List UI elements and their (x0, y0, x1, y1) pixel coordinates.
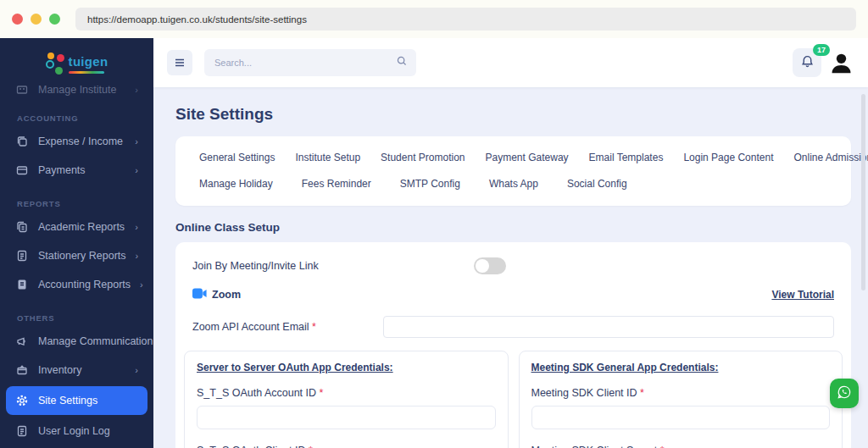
tab-student-promotion[interactable]: Student Promotion (370, 146, 475, 169)
sidebar-item-label: Manage Communication (38, 335, 153, 347)
minimize-window-button[interactable] (31, 14, 42, 25)
whatsapp-icon (836, 384, 853, 404)
sidebar-item-label: Site Settings (38, 395, 138, 407)
sdk-client-id-label: Meeting SDK Client ID * (531, 387, 831, 399)
tabs-row-2: Manage Holiday Fees Reminder SMTP Config… (189, 172, 837, 196)
settings-tabs-card: General Settings Institute Setup Student… (175, 136, 851, 206)
tab-payment-gateway[interactable]: Payment Gateway (476, 146, 579, 169)
chevron-right-icon (136, 251, 139, 261)
sidebar-item-label: Accounting Reports (38, 279, 131, 290)
sidebar-section-accounting: ACCOUNTING (0, 99, 153, 127)
topbar: 17 (153, 38, 868, 87)
required-asterisk: * (320, 387, 324, 399)
document-icon (15, 424, 29, 438)
sidebar-item-label: Manage Institute (38, 84, 125, 96)
user-avatar[interactable] (828, 50, 854, 76)
tab-general-settings[interactable]: General Settings (189, 146, 285, 169)
zoom-provider-label: Zoom (212, 289, 241, 301)
chevron-right-icon (135, 222, 138, 232)
required-asterisk: * (640, 387, 644, 399)
notification-count-badge: 17 (813, 44, 830, 56)
sidebar-item-expense-income[interactable]: Expense / Income (0, 127, 153, 156)
sidebar-item-user-login-log[interactable]: User Login Log (0, 417, 153, 445)
sidebar-item-accounting-reports[interactable]: Accounting Reports (0, 270, 153, 299)
box-icon (15, 363, 29, 377)
chevron-right-icon (140, 279, 143, 290)
join-by-link-label: Join By Meeting/Invite Link (192, 260, 474, 272)
document-icon (15, 249, 29, 263)
sidebar-item-stationery-reports[interactable]: Stationery Reports (0, 241, 153, 270)
scrolled-menu-item-wrap: Manage Institute (0, 82, 153, 99)
document-filled-icon (15, 278, 29, 291)
sts-account-id-label: S_T_S OAuth Account ID * (197, 387, 496, 399)
brand-name: tuigen (69, 54, 108, 69)
sidebar-section-reports: REPORTS (0, 185, 153, 213)
tab-institute-setup[interactable]: Institute Setup (285, 146, 370, 169)
whatsapp-fab-button[interactable] (830, 379, 859, 408)
view-tutorial-link[interactable]: View Tutorial (771, 289, 834, 301)
join-by-link-toggle[interactable] (474, 257, 506, 274)
chevron-right-icon (135, 85, 138, 95)
tuigen-logo-icon (46, 53, 64, 75)
credentials-panels: Server to Server OAuth App Credentials: … (184, 351, 843, 448)
brand-tagline-bar (69, 71, 104, 74)
notifications-button[interactable]: 17 (793, 48, 821, 77)
zoom-api-email-row: Zoom API Account Email * (192, 316, 834, 338)
search-icon (396, 55, 408, 70)
sidebar-item-payments[interactable]: Payments (0, 156, 153, 185)
search-box[interactable] (204, 49, 416, 76)
sidebar-item-academic-reports[interactable]: Academic Reports (0, 213, 153, 241)
tab-login-page-content[interactable]: Login Page Content (673, 146, 783, 169)
copy-icon (15, 135, 29, 148)
search-input[interactable] (214, 58, 396, 68)
sts-client-id-label: S_T_S OAuth Client ID * (197, 445, 496, 448)
join-by-link-row: Join By Meeting/Invite Link (192, 257, 834, 274)
zoom-provider-row: Zoom View Tutorial (192, 288, 834, 301)
zoom-api-email-input[interactable] (383, 316, 834, 338)
required-asterisk: * (660, 445, 665, 448)
tabs-row-1: General Settings Institute Setup Student… (189, 145, 837, 170)
tab-whats-app[interactable]: Whats App (479, 172, 548, 196)
sidebar-item-label: Stationery Reports (38, 250, 126, 262)
sidebar-item-site-settings[interactable]: Site Settings (6, 386, 147, 415)
sidebar: tuigen Manage Institute ACCOUNTING Expen… (0, 38, 153, 448)
tab-online-admission[interactable]: Online Admission (783, 146, 868, 169)
sdk-client-id-input[interactable] (531, 406, 831, 429)
server-oauth-panel: Server to Server OAuth App Credentials: … (184, 351, 509, 448)
card-icon (15, 163, 29, 177)
maximize-window-button[interactable] (49, 14, 60, 25)
sidebar-item-manage-communication[interactable]: Manage Communication (0, 327, 153, 356)
tab-smtp-config[interactable]: SMTP Config (390, 172, 470, 196)
section-title: Online Class Setup (175, 221, 851, 234)
tab-email-templates[interactable]: Email Templates (579, 146, 674, 169)
building-icon (15, 83, 29, 97)
online-class-setup-card: Join By Meeting/Invite Link Zoom View Tu… (175, 242, 851, 448)
meeting-sdk-panel: Meeting SDK General App Credentials: Mee… (519, 351, 843, 448)
tab-manage-holiday[interactable]: Manage Holiday (189, 172, 283, 196)
chevron-right-icon (135, 365, 138, 375)
sidebar-section-others: OTHERS (0, 299, 153, 327)
sidebar-item-inventory[interactable]: Inventory (0, 356, 153, 384)
chevron-right-icon (135, 165, 138, 175)
close-window-button[interactable] (12, 14, 23, 25)
tab-fees-reminder[interactable]: Fees Reminder (292, 172, 381, 196)
hamburger-menu-button[interactable] (167, 50, 192, 75)
required-asterisk: * (312, 321, 316, 333)
bell-icon (800, 54, 815, 72)
chevron-right-icon (135, 136, 138, 147)
browser-chrome: https://demoapp.tuigen.co.uk/students/si… (0, 0, 868, 38)
sts-account-id-input[interactable] (197, 406, 496, 429)
required-asterisk: * (309, 445, 313, 448)
scrollbar-thumb[interactable] (861, 94, 865, 290)
url-text: https://demoapp.tuigen.co.uk/students/si… (87, 14, 307, 25)
page-content: Site Settings General Settings Institute… (153, 87, 868, 448)
sidebar-item-label: User Login Log (38, 425, 138, 437)
sidebar-item-label: Academic Reports (38, 221, 125, 233)
address-bar[interactable]: https://demoapp.tuigen.co.uk/students/si… (75, 8, 856, 30)
server-oauth-heading: Server to Server OAuth App Credentials: (197, 362, 496, 373)
sdk-client-secret-label: Meeting SDK Client Secret * (531, 445, 831, 448)
tab-social-config[interactable]: Social Config (557, 172, 637, 196)
main-area: 17 Site Settings General Settings Instit… (153, 38, 868, 448)
app-logo[interactable]: tuigen (0, 38, 153, 82)
sidebar-item-manage-institute[interactable]: Manage Institute (0, 82, 153, 99)
